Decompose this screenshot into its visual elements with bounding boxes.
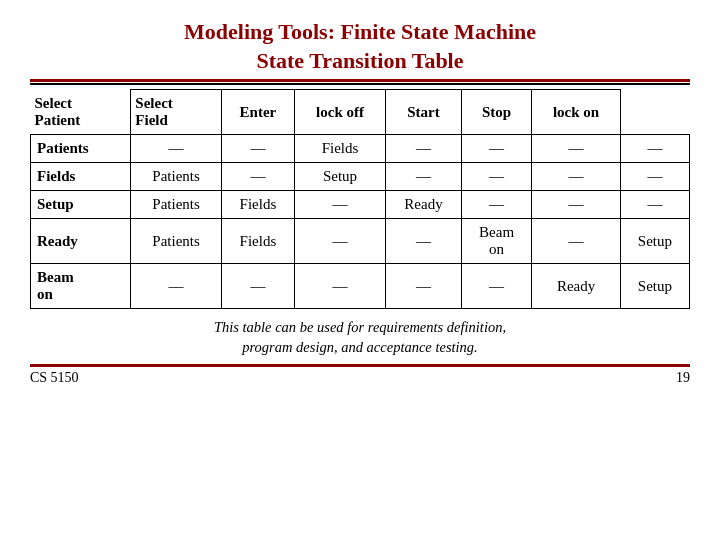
table-cell: — — [461, 264, 531, 309]
table-row: FieldsPatients—Setup———— — [31, 163, 690, 191]
table-row: Patients——Fields———— — [31, 135, 690, 163]
header-stop: Stop — [461, 90, 531, 135]
course-label: CS 5150 — [30, 370, 79, 386]
header-lock-off: lock off — [294, 90, 385, 135]
table-cell: Patients — [131, 191, 221, 219]
table-cell: Fields — [221, 219, 294, 264]
table-cell: Patients — [131, 219, 221, 264]
header-start: Start — [386, 90, 462, 135]
table-cell: — — [532, 135, 620, 163]
table-cell: — — [294, 219, 385, 264]
bottom-info: CS 5150 19 — [30, 367, 690, 389]
row-label: Beamon — [31, 264, 131, 309]
top-red-line — [30, 79, 690, 82]
table-cell: Beamon — [461, 219, 531, 264]
header-lock-on: lock on — [532, 90, 620, 135]
page: Modeling Tools: Finite State Machine Sta… — [0, 0, 720, 540]
table-cell: — — [620, 163, 689, 191]
table-cell: Fields — [221, 191, 294, 219]
table-cell: Patients — [131, 163, 221, 191]
row-label: Fields — [31, 163, 131, 191]
table-cell: Ready — [532, 264, 620, 309]
table-cell: — — [131, 264, 221, 309]
table-cell: — — [386, 135, 462, 163]
bottom-bar: CS 5150 19 — [30, 364, 690, 389]
table-cell: — — [386, 219, 462, 264]
table-cell: — — [461, 163, 531, 191]
table-row: SetupPatientsFields—Ready——— — [31, 191, 690, 219]
row-label: Setup — [31, 191, 131, 219]
table-cell: — — [294, 264, 385, 309]
table-cell: — — [386, 264, 462, 309]
table-cell: — — [532, 191, 620, 219]
table-cell: — — [532, 219, 620, 264]
table-cell: — — [221, 264, 294, 309]
table-row: Beamon—————ReadySetup — [31, 264, 690, 309]
header-select-patient: Select Patient — [31, 90, 131, 135]
table-cell: Setup — [620, 264, 689, 309]
table-cell: — — [221, 135, 294, 163]
table-cell: — — [221, 163, 294, 191]
table-cell: — — [294, 191, 385, 219]
table-wrapper: Select Patient Select Field Enter lock o… — [30, 89, 690, 309]
table-cell: — — [386, 163, 462, 191]
row-label: Patients — [31, 135, 131, 163]
table-cell: — — [461, 191, 531, 219]
table-cell: — — [532, 163, 620, 191]
table-row: ReadyPatientsFields——Beamon—Setup — [31, 219, 690, 264]
table-cell: — — [131, 135, 221, 163]
header-enter: Enter — [221, 90, 294, 135]
table-cell: — — [620, 191, 689, 219]
table-cell: — — [620, 135, 689, 163]
table-cell: Setup — [294, 163, 385, 191]
row-label: Ready — [31, 219, 131, 264]
page-title: Modeling Tools: Finite State Machine Sta… — [184, 18, 536, 75]
top-black-line — [30, 83, 690, 85]
footer-text: This table can be used for requirements … — [214, 317, 506, 358]
header-select-field: Select Field — [131, 90, 221, 135]
table-cell: Fields — [294, 135, 385, 163]
page-number: 19 — [676, 370, 690, 386]
table-cell: Setup — [620, 219, 689, 264]
table-cell: Ready — [386, 191, 462, 219]
table-cell: — — [461, 135, 531, 163]
state-transition-table: Select Patient Select Field Enter lock o… — [30, 89, 690, 309]
